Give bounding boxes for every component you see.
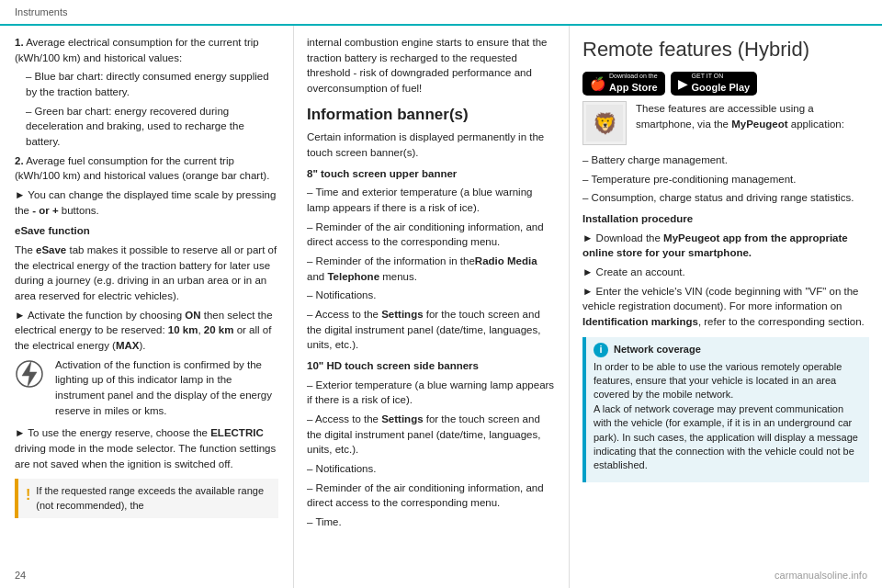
info-banner-heading: Information banner(s) [307, 104, 556, 127]
item2-text: Average fuel consumption for the current… [15, 155, 269, 182]
right-bullet3: – Consumption, charge status and driving… [582, 190, 869, 206]
esave-p1: The eSave tab makes it possible to reser… [15, 243, 278, 304]
continuation-text: internal combustion engine starts to ens… [307, 35, 556, 96]
side-banner-heading: 10" HD touch screen side banners [307, 358, 556, 374]
upper-bullet5: – Access to the Settings for the touch s… [307, 307, 556, 353]
upper-bullet1: – Time and exterior temperature (a blue … [307, 185, 556, 215]
item1-label: 1. [15, 37, 24, 48]
middle-column: internal combustion engine starts to ens… [294, 26, 570, 588]
app-store-badge[interactable]: 🍎 Download on the App Store [582, 72, 665, 96]
google-play-icon: ▶ [678, 74, 688, 93]
page-number: 24 [15, 570, 26, 581]
item1-text: Average electrical consumption for the c… [15, 37, 259, 63]
watermark: carmanualsoline.info [775, 570, 867, 581]
network-coverage-header: i Network coverage [594, 343, 862, 357]
network-text: In order to be able to use the various r… [594, 360, 862, 473]
svg-text:🦁: 🦁 [593, 111, 618, 136]
esave-heading: eSave function [15, 223, 278, 239]
network-heading: Network coverage [614, 343, 701, 356]
upper-bullet2: – Reminder of the air conditioning infor… [307, 220, 556, 250]
right-bullet2: – Temperature pre-conditioning managemen… [582, 172, 869, 187]
network-coverage-box: i Network coverage In order to be able t… [582, 337, 869, 482]
side-bullet1: – Exterior temperature (a blue warning l… [307, 378, 556, 408]
side-bullet5: – Time. [307, 514, 556, 530]
app-store-badges: 🍎 Download on the App Store ▶ GET IT ON … [582, 72, 869, 96]
lightning-icon [15, 359, 44, 389]
upper-banner-heading: 8" touch screen upper banner [307, 166, 556, 182]
warning-icon: ! [26, 485, 30, 513]
main-heading: Remote features (Hybrid) [582, 35, 869, 64]
left-column: 1. Average electrical consumption for th… [0, 26, 294, 588]
warning-box: ! If the requested range exceeds the ava… [15, 479, 278, 518]
arrow2: ► Activate the function by choosing ON t… [15, 308, 278, 354]
app-store-label: App Store [609, 81, 658, 96]
activation-text: Activation of the function is confirmed … [55, 357, 278, 419]
item2-label: 2. [15, 155, 24, 166]
install-arrow3: ► Enter the vehicle's VIN (code beginnin… [582, 284, 869, 330]
info-icon: i [594, 343, 608, 357]
upper-bullet4: – Notifications. [307, 288, 556, 303]
install-arrow2: ► Create an account. [582, 265, 869, 280]
peugeot-logo: 🦁 [582, 101, 627, 145]
header-bar: Instruments [0, 0, 882, 26]
warning-text: If the requested range exceeds the avail… [36, 484, 271, 513]
peugeot-desc: These features are accessible using a sm… [636, 101, 869, 131]
info-banner-intro: Certain information is displayed permane… [307, 130, 556, 160]
arrow3: ► To use the energy reserve, choose the … [15, 425, 278, 471]
side-bullet4: – Reminder of the air conditioning infor… [307, 481, 556, 511]
right-column: Remote features (Hybrid) 🍎 Download on t… [570, 26, 882, 588]
side-bullet3: – Notifications. [307, 461, 556, 477]
activation-row: Activation of the function is confirmed … [15, 357, 278, 423]
google-play-label: Google Play [692, 81, 751, 96]
upper-bullet3: – Reminder of the information in theRadi… [307, 254, 556, 284]
item2: 2. Average fuel consumption for the curr… [15, 153, 278, 184]
google-play-badge[interactable]: ▶ GET IT ON Google Play [671, 72, 758, 96]
item1-bullet1: – Blue bar chart: directly consumed ener… [15, 69, 278, 99]
peugeot-description-box: 🦁 These features are accessible using a … [582, 101, 869, 145]
header-title: Instruments [15, 6, 67, 17]
arrow1: ► You can change the displayed time scal… [15, 187, 278, 218]
apple-icon: 🍎 [590, 74, 605, 93]
item1-bullet2: – Green bar chart: energy recovered duri… [15, 104, 278, 150]
right-bullet1: – Battery charge management. [582, 153, 869, 168]
svg-marker-0 [22, 361, 37, 387]
peugeot-lion-svg: 🦁 [586, 105, 623, 141]
side-bullet2: – Access to the Settings for the touch s… [307, 412, 556, 458]
item1: 1. Average electrical consumption for th… [15, 35, 278, 65]
main-content: 1. Average electrical consumption for th… [0, 26, 882, 588]
install-heading: Installation procedure [582, 211, 869, 227]
install-arrow1: ► Download the MyPeugeot app from the ap… [582, 231, 869, 261]
